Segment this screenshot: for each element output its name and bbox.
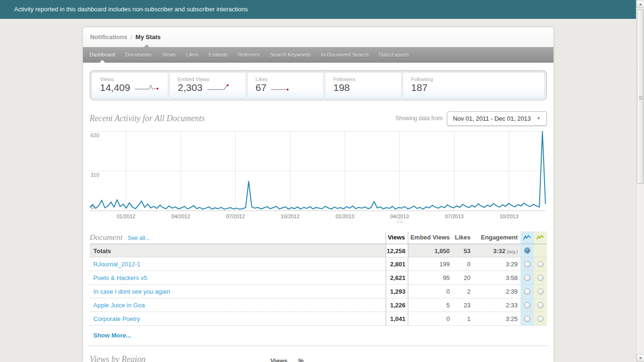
scrollbar-down-arrow[interactable]: ▼ [636,354,644,362]
blue-radio-button[interactable] [524,288,530,295]
stat-card-views: Views 14,409 [91,72,168,99]
tab-in-document-search[interactable]: In-Document Search [316,47,374,63]
breadcrumb-separator: / [131,33,132,41]
svg-text:04/2012: 04/2012 [172,214,190,219]
breadcrumb: Notifications / My Stats [83,27,553,47]
region-percent-header: % [288,357,309,362]
likes-cell: 1 [453,312,473,325]
engagement-cell: 2:39 [473,285,520,298]
blue-sparkline-column-header[interactable] [520,231,534,244]
region-table-header: Views by Region Views % [90,354,309,362]
show-more-link[interactable]: Show More... [93,332,547,339]
blue-radio-button[interactable] [524,261,530,267]
stat-value: 14,409 [100,82,130,93]
stat-card-followers: Followers 198 [325,72,402,99]
embed-views-cell: 0 [408,285,453,298]
chart-scroll-chevron [396,219,403,222]
views-cell: 1,293 [386,285,408,298]
tab-dashboard[interactable]: Dashboard [84,47,120,63]
blue-sparkline-cell [520,285,534,298]
stat-card-following: Following 187 [403,72,545,99]
stat-value: 2,303 [178,82,203,93]
document-link[interactable]: RJournal_2012-1 [90,257,386,271]
breadcrumb-notifications-link[interactable]: Notifications [90,33,127,41]
table-row: In case I dont see you again 1,293 0 2 2… [90,285,547,298]
vertical-scrollbar[interactable]: ▲ ▼ [636,0,644,362]
mini-sparkline [271,83,290,91]
blue-radio-button[interactable] [524,275,530,281]
blue-radio-button[interactable] [524,247,530,254]
tab-embeds[interactable]: Embeds [203,47,232,63]
engagement-cell: 2:33 [473,298,520,312]
table-row: Corporate Poetry 1,041 0 1 3:25 [90,312,547,326]
svg-text:10/2012: 10/2012 [281,214,300,219]
likes-cell: 0 [453,257,473,271]
stat-card-likes: Likes 67 [247,72,324,99]
recent-activity-title: Recent Activity for All Documents [90,114,205,123]
scrollbar-up-arrow[interactable]: ▲ [636,0,644,8]
stat-label: Followers [333,76,401,82]
documents-section: Document See all... Views Embed Views Li… [90,230,547,339]
likes-cell: 23 [453,298,473,312]
region-title: Views by Region [90,354,261,362]
info-banner-text: Activity reported in this dashboard incl… [14,6,248,13]
green-sparkline-cell [534,244,547,257]
tab-search-keywords[interactable]: Search Keywords [265,47,316,63]
tab-data-exports[interactable]: Data Exports [374,47,414,63]
column-header-likes[interactable]: Likes [453,231,473,244]
stat-label: Following [411,76,545,82]
recent-activity-header: Recent Activity for All Documents Showin… [90,111,547,126]
column-header-views[interactable]: Views [386,231,408,244]
svg-text:07/2013: 07/2013 [445,214,464,219]
views-cell: 1,226 [386,298,408,312]
mini-sparkline [207,83,231,91]
tab-referrers[interactable]: Referrers [233,47,265,63]
column-header-engagement[interactable]: Engagement [473,231,520,244]
engagement-cell: 3:29 [473,257,520,271]
green-radio-button[interactable] [537,261,544,267]
see-all-link[interactable]: See all... [128,235,150,241]
views-cell: 2,801 [386,257,408,271]
document-link[interactable]: In case I dont see you again [90,285,386,298]
svg-text:620: 620 [91,132,99,138]
likes-cell: 20 [453,271,473,284]
document-link[interactable]: Poets & Hackers v5 [90,271,386,284]
green-sparkline-column-header[interactable] [534,231,547,244]
dashboard-content: Views 14,409 Embed Views 2,303 Likes 67 … [83,63,553,362]
views-by-region-section: Views by Region Views % [90,354,547,362]
scrollbar-thumb[interactable] [637,9,644,184]
table-row: Poets & Hackers v5 2,621 95 20 3:58 [90,271,547,285]
stat-value: 187 [411,82,428,93]
document-link[interactable]: Totals [90,244,386,257]
views-cell: 12,258 [386,244,408,257]
likes-cell: 2 [453,285,473,298]
green-radio-button[interactable] [537,302,544,308]
green-sparkline-cell [534,312,547,325]
documents-table-header: Document See all... Views Embed Views Li… [90,230,547,244]
document-link[interactable]: Corporate Poetry [90,312,386,325]
tab-documents[interactable]: Documents [120,47,157,63]
embed-views-cell: 0 [408,312,453,325]
tab-likes[interactable]: Likes [181,47,204,63]
embed-views-cell: 1,850 [408,244,453,257]
table-row-totals: Totals 12,258 1,850 53 3:32(avg.) [90,244,547,257]
activity-line-chart: 01/201204/201207/201210/201201/201304/20… [90,130,547,223]
column-header-embed-views[interactable]: Embed Views [408,231,453,244]
svg-text:07/2012: 07/2012 [226,214,245,219]
tab-views[interactable]: Views [157,47,181,63]
blue-radio-button[interactable] [524,316,530,322]
svg-text:10/2013: 10/2013 [500,214,519,219]
documents-title: Document [90,233,123,242]
document-link[interactable]: Apple Juice in Goa [90,298,386,312]
green-radio-button[interactable] [537,288,544,295]
svg-text:01/2012: 01/2012 [116,214,135,219]
stat-label: Views [100,76,168,82]
showing-data-label: Showing data from [396,115,443,122]
green-radio-button[interactable] [537,275,544,281]
views-cell: 2,621 [386,271,408,284]
green-radio-button[interactable] [537,316,544,322]
date-range-dropdown[interactable]: Nov 01, 2011 - Dec 01, 2013 ▼ [447,111,547,126]
blue-sparkline-cell [520,271,534,284]
blue-radio-button[interactable] [524,302,530,308]
svg-text:04/2013: 04/2013 [390,214,409,219]
